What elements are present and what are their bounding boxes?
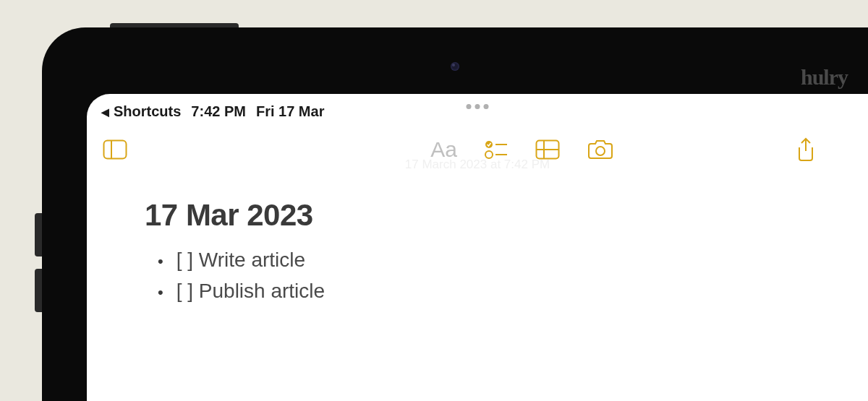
list-item[interactable]: • [ ] Publish article	[158, 275, 810, 306]
bullet-icon: •	[158, 280, 163, 305]
table-icon	[535, 139, 560, 160]
share-button[interactable]	[796, 137, 816, 162]
table-button[interactable]	[535, 139, 560, 160]
device-volume-up	[35, 213, 42, 256]
device-camera	[451, 62, 459, 71]
note-content[interactable]: 17 Mar 2023 • [ ] Write article • [ ] Pu…	[87, 169, 868, 336]
back-app-label[interactable]: Shortcuts	[114, 103, 181, 120]
multitask-dots-icon[interactable]	[467, 104, 489, 109]
share-icon	[796, 137, 816, 162]
list-item-text[interactable]: [ ] Write article	[176, 244, 305, 275]
list-item-text[interactable]: [ ] Publish article	[176, 275, 325, 306]
svg-point-2	[485, 141, 493, 148]
screen: ◀ Shortcuts 7:42 PM Fri 17 Mar Aa	[87, 94, 868, 401]
back-caret-icon[interactable]: ◀	[101, 106, 109, 118]
note-title[interactable]: 17 Mar 2023	[145, 198, 810, 233]
list-item[interactable]: • [ ] Write article	[158, 244, 810, 275]
watermark-text: hulry	[801, 65, 848, 90]
note-timestamp: 17 March 2023 at 7:42 PM	[405, 158, 550, 172]
status-bar: ◀ Shortcuts 7:42 PM Fri 17 Mar	[87, 94, 868, 124]
device-frame: hulry ◀ Shortcuts 7:42 PM Fri 17 Mar Aa	[42, 27, 868, 401]
camera-button[interactable]	[587, 139, 613, 160]
camera-icon	[587, 139, 613, 160]
status-time: 7:42 PM	[191, 103, 246, 120]
status-date: Fri 17 Mar	[256, 103, 324, 120]
checklist-icon	[485, 139, 508, 160]
bullet-icon: •	[158, 249, 163, 274]
sidebar-icon	[103, 139, 127, 160]
svg-point-9	[596, 147, 605, 155]
device-volume-down	[35, 269, 42, 312]
sidebar-toggle-button[interactable]	[103, 139, 127, 160]
checklist-button[interactable]	[485, 139, 508, 160]
note-list[interactable]: • [ ] Write article • [ ] Publish articl…	[145, 244, 810, 307]
svg-rect-0	[104, 141, 127, 159]
